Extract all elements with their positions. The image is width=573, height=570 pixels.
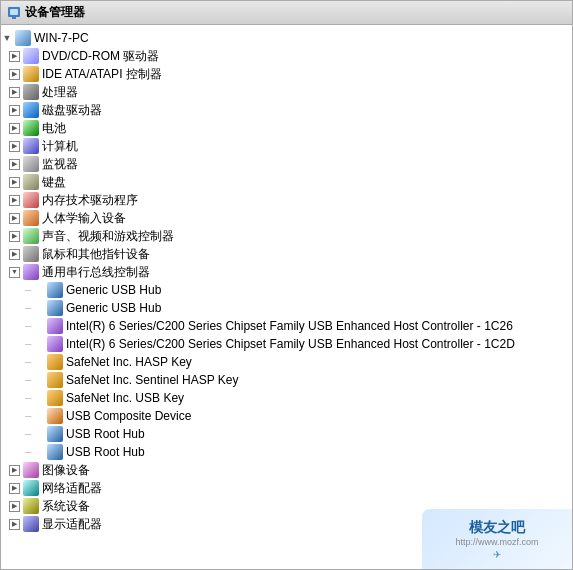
tree-item-human[interactable]: ▶人体学输入设备 bbox=[1, 209, 572, 227]
tree-item-intel-usb1[interactable]: ─Intel(R) 6 Series/C200 Series Chipset F… bbox=[1, 317, 572, 335]
root-expand-btn[interactable]: ▼ bbox=[1, 32, 13, 44]
tree-item-safenet1[interactable]: ─SafeNet Inc. HASP Key bbox=[1, 353, 572, 371]
item-icon-display bbox=[23, 516, 39, 532]
item-icon-network bbox=[23, 480, 39, 496]
tree-item-usb-ctrl[interactable]: ▼通用串行总线控制器 bbox=[1, 263, 572, 281]
item-icon-usb-root1 bbox=[47, 426, 63, 442]
item-icon-battery bbox=[23, 120, 39, 136]
tree-line: ─ bbox=[25, 299, 33, 317]
item-label-usb-ctrl: 通用串行总线控制器 bbox=[42, 263, 150, 281]
item-label-usb-root1: USB Root Hub bbox=[66, 425, 145, 443]
tree-item-dvd[interactable]: ▶DVD/CD-ROM 驱动器 bbox=[1, 47, 572, 65]
item-label-human: 人体学输入设备 bbox=[42, 209, 126, 227]
expand-btn-mouse[interactable]: ▶ bbox=[9, 249, 20, 260]
item-label-image: 图像设备 bbox=[42, 461, 90, 479]
tree-item-safenet3[interactable]: ─SafeNet Inc. USB Key bbox=[1, 389, 572, 407]
item-label-system: 系统设备 bbox=[42, 497, 90, 515]
item-label-sound: 声音、视频和游戏控制器 bbox=[42, 227, 174, 245]
item-icon-dvd bbox=[23, 48, 39, 64]
root-label: WIN-7-PC bbox=[34, 29, 89, 47]
expand-btn-battery[interactable]: ▶ bbox=[9, 123, 20, 134]
item-label-disk: 磁盘驱动器 bbox=[42, 101, 102, 119]
expand-btn-ide[interactable]: ▶ bbox=[9, 69, 20, 80]
item-icon-disk bbox=[23, 102, 39, 118]
item-icon-cpu bbox=[23, 84, 39, 100]
item-icon-ide bbox=[23, 66, 39, 82]
expand-btn-disk[interactable]: ▶ bbox=[9, 105, 20, 116]
watermark: 模友之吧 http://www.mozf.com ✈ bbox=[422, 509, 572, 569]
item-label-cpu: 处理器 bbox=[42, 83, 78, 101]
tree-item-mouse[interactable]: ▶鼠标和其他指针设备 bbox=[1, 245, 572, 263]
title-bar-label: 设备管理器 bbox=[25, 4, 85, 21]
pc-icon bbox=[15, 30, 31, 46]
item-label-network: 网络适配器 bbox=[42, 479, 102, 497]
tree-line: ─ bbox=[25, 443, 33, 461]
item-label-intel-usb2: Intel(R) 6 Series/C200 Series Chipset Fa… bbox=[66, 335, 515, 353]
tree-line: ─ bbox=[25, 353, 33, 371]
item-label-usb-hub2: Generic USB Hub bbox=[66, 299, 161, 317]
title-bar-icon bbox=[7, 6, 21, 20]
watermark-url: http://www.mozf.com bbox=[455, 537, 538, 547]
item-label-usb-hub1: Generic USB Hub bbox=[66, 281, 161, 299]
item-icon-mouse bbox=[23, 246, 39, 262]
item-icon-keyboard bbox=[23, 174, 39, 190]
tree-item-disk[interactable]: ▶磁盘驱动器 bbox=[1, 101, 572, 119]
expand-btn-display[interactable]: ▶ bbox=[9, 519, 20, 530]
title-bar: 设备管理器 bbox=[1, 1, 572, 25]
item-label-ide: IDE ATA/ATAPI 控制器 bbox=[42, 65, 162, 83]
expand-btn-dvd[interactable]: ▶ bbox=[9, 51, 20, 62]
tree-line: ─ bbox=[25, 389, 33, 407]
expand-btn-network[interactable]: ▶ bbox=[9, 483, 20, 494]
item-icon-image bbox=[23, 462, 39, 478]
expand-btn-sound[interactable]: ▶ bbox=[9, 231, 20, 242]
tree-item-monitor[interactable]: ▶监视器 bbox=[1, 155, 572, 173]
svg-rect-2 bbox=[12, 17, 16, 19]
svg-rect-1 bbox=[10, 9, 18, 15]
item-label-memory: 内存技术驱动程序 bbox=[42, 191, 138, 209]
item-icon-usb-hub2 bbox=[47, 300, 63, 316]
expand-btn-monitor[interactable]: ▶ bbox=[9, 159, 20, 170]
tree-item-usb-root1[interactable]: ─USB Root Hub bbox=[1, 425, 572, 443]
expand-btn-system[interactable]: ▶ bbox=[9, 501, 20, 512]
item-icon-usb-ctrl bbox=[23, 264, 39, 280]
tree-line: ─ bbox=[25, 407, 33, 425]
expand-btn-human[interactable]: ▶ bbox=[9, 213, 20, 224]
item-icon-memory bbox=[23, 192, 39, 208]
item-label-safenet1: SafeNet Inc. HASP Key bbox=[66, 353, 192, 371]
tree-item-computer[interactable]: ▶计算机 bbox=[1, 137, 572, 155]
tree-item-image[interactable]: ▶图像设备 bbox=[1, 461, 572, 479]
tree-line: ─ bbox=[25, 425, 33, 443]
device-tree[interactable]: ▼ WIN-7-PC ▶DVD/CD-ROM 驱动器▶IDE ATA/ATAPI… bbox=[1, 25, 572, 569]
item-icon-usb-root2 bbox=[47, 444, 63, 460]
expand-btn-image[interactable]: ▶ bbox=[9, 465, 20, 476]
tree-item-network[interactable]: ▶网络适配器 bbox=[1, 479, 572, 497]
tree-item-usb-hub1[interactable]: ─Generic USB Hub bbox=[1, 281, 572, 299]
item-icon-safenet1 bbox=[47, 354, 63, 370]
item-label-safenet3: SafeNet Inc. USB Key bbox=[66, 389, 184, 407]
tree-root[interactable]: ▼ WIN-7-PC bbox=[1, 29, 572, 47]
item-icon-computer bbox=[23, 138, 39, 154]
item-icon-safenet2 bbox=[47, 372, 63, 388]
tree-item-ide[interactable]: ▶IDE ATA/ATAPI 控制器 bbox=[1, 65, 572, 83]
tree-item-memory[interactable]: ▶内存技术驱动程序 bbox=[1, 191, 572, 209]
watermark-title: 模友之吧 bbox=[455, 519, 538, 537]
tree-item-usb-root2[interactable]: ─USB Root Hub bbox=[1, 443, 572, 461]
tree-item-intel-usb2[interactable]: ─Intel(R) 6 Series/C200 Series Chipset F… bbox=[1, 335, 572, 353]
tree-item-battery[interactable]: ▶电池 bbox=[1, 119, 572, 137]
tree-line: ─ bbox=[25, 317, 33, 335]
tree-item-sound[interactable]: ▶声音、视频和游戏控制器 bbox=[1, 227, 572, 245]
tree-item-keyboard[interactable]: ▶键盘 bbox=[1, 173, 572, 191]
expand-btn-keyboard[interactable]: ▶ bbox=[9, 177, 20, 188]
tree-item-safenet2[interactable]: ─SafeNet Inc. Sentinel HASP Key bbox=[1, 371, 572, 389]
item-label-monitor: 监视器 bbox=[42, 155, 78, 173]
expand-btn-memory[interactable]: ▶ bbox=[9, 195, 20, 206]
tree-item-cpu[interactable]: ▶处理器 bbox=[1, 83, 572, 101]
expand-btn-usb-ctrl[interactable]: ▼ bbox=[9, 267, 20, 278]
item-label-safenet2: SafeNet Inc. Sentinel HASP Key bbox=[66, 371, 239, 389]
expand-btn-computer[interactable]: ▶ bbox=[9, 141, 20, 152]
tree-item-usb-hub2[interactable]: ─Generic USB Hub bbox=[1, 299, 572, 317]
item-label-display: 显示适配器 bbox=[42, 515, 102, 533]
item-icon-safenet3 bbox=[47, 390, 63, 406]
expand-btn-cpu[interactable]: ▶ bbox=[9, 87, 20, 98]
tree-item-usb-composite[interactable]: ─USB Composite Device bbox=[1, 407, 572, 425]
